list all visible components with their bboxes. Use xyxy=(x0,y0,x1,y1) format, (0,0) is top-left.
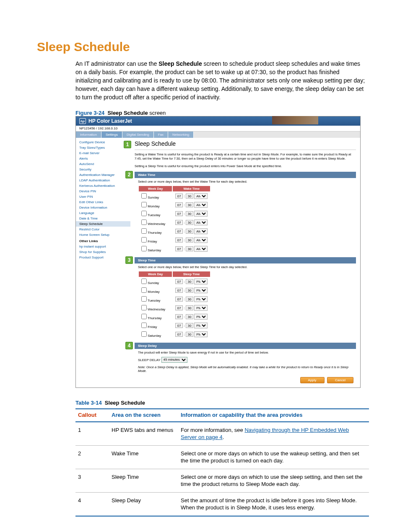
minute-input[interactable] xyxy=(186,332,193,337)
ampm-select[interactable]: AM xyxy=(194,220,208,225)
day-checkbox[interactable] xyxy=(141,314,147,319)
day-checkbox[interactable] xyxy=(141,220,147,225)
day-checkbox[interactable] xyxy=(141,228,147,234)
sidebar-item[interactable]: Device PIN xyxy=(76,189,130,194)
table-row: Saturday : AM xyxy=(139,245,210,253)
sidebar-item[interactable]: Configure Device xyxy=(76,139,130,145)
table-row: Wednesday : AM xyxy=(139,219,210,227)
product-photo xyxy=(272,116,318,124)
sidebar-item[interactable]: User PIN xyxy=(76,194,130,199)
hour-input[interactable] xyxy=(175,323,183,328)
sidebar-item[interactable]: Security xyxy=(76,167,130,172)
sidebar-item[interactable]: Sleep Schedule xyxy=(76,221,130,227)
ampm-select[interactable]: PM xyxy=(194,331,208,337)
sleep-schedule-table: Callout Area on the screen Information o… xyxy=(75,408,369,517)
hour-input[interactable] xyxy=(175,229,183,234)
day-checkbox[interactable] xyxy=(141,331,147,337)
day-checkbox[interactable] xyxy=(141,279,147,284)
hour-input[interactable] xyxy=(175,279,183,284)
ampm-select[interactable]: PM xyxy=(194,279,208,284)
help-text-2: Setting a Sleep Time is useful for ensur… xyxy=(135,164,356,168)
sidebar-item[interactable]: Authentication Manager xyxy=(76,172,130,178)
day-checkbox[interactable] xyxy=(141,246,147,251)
sidebar-item[interactable]: Restrict Color xyxy=(76,227,130,232)
ampm-select[interactable]: AM xyxy=(194,228,208,234)
day-checkbox[interactable] xyxy=(141,305,147,310)
sidebar-other-link[interactable]: Shop for Supplies xyxy=(76,249,130,255)
hour-input[interactable] xyxy=(175,194,183,199)
sidebar-item[interactable]: Date & Time xyxy=(76,216,130,221)
minute-input[interactable] xyxy=(186,202,193,207)
hour-input[interactable] xyxy=(175,220,183,225)
ampm-select[interactable]: PM xyxy=(194,314,208,320)
minute-input[interactable] xyxy=(186,314,193,319)
ampm-select[interactable]: PM xyxy=(194,323,208,328)
minute-input[interactable] xyxy=(186,238,193,243)
hour-input[interactable] xyxy=(175,297,183,302)
minute-input[interactable] xyxy=(186,297,193,302)
minute-input[interactable] xyxy=(186,246,193,251)
ampm-select[interactable]: PM xyxy=(194,287,208,293)
minute-input[interactable] xyxy=(186,220,193,225)
ampm-select[interactable]: AM xyxy=(194,211,208,217)
sidebar-item[interactable]: Home Screen Setup xyxy=(76,232,130,238)
apply-button[interactable]: Apply xyxy=(300,377,325,383)
day-checkbox[interactable] xyxy=(141,323,147,328)
day-checkbox[interactable] xyxy=(141,202,147,207)
minute-input[interactable] xyxy=(186,305,193,310)
cancel-button[interactable]: Cancel xyxy=(327,377,353,383)
ampm-select[interactable]: AM xyxy=(194,246,208,252)
sidebar-item[interactable]: LDAP Authentication xyxy=(76,178,130,183)
minute-input[interactable] xyxy=(186,211,193,216)
minute-input[interactable] xyxy=(186,194,193,199)
ampm-select[interactable]: AM xyxy=(194,237,208,243)
sleep-col-time: Sleep Time xyxy=(173,271,210,277)
sidebar-item[interactable]: Kerberos Authentication xyxy=(76,183,130,189)
hour-input[interactable] xyxy=(175,288,183,293)
sidebar-other-link[interactable]: hp instant support xyxy=(76,244,130,249)
sleep-delay-select[interactable]: 45 minutes xyxy=(161,357,187,363)
minute-input[interactable] xyxy=(186,229,193,234)
sidebar-item[interactable]: Device Information xyxy=(76,205,130,210)
sleep-delay-note: Note: Once a Sleep Delay is applied, Sle… xyxy=(138,365,356,373)
tab-fax[interactable]: Fax xyxy=(154,132,168,138)
day-checkbox[interactable] xyxy=(141,287,147,293)
minute-input[interactable] xyxy=(186,323,193,328)
hour-input[interactable] xyxy=(175,202,183,207)
minute-input[interactable] xyxy=(186,288,193,293)
tab-settings[interactable]: Settings xyxy=(101,132,122,138)
sidebar-item[interactable]: Language xyxy=(76,210,130,216)
ampm-select[interactable]: PM xyxy=(194,296,208,302)
hour-input[interactable] xyxy=(175,211,183,216)
hour-input[interactable] xyxy=(175,238,183,243)
hp-logo-icon: hp xyxy=(79,118,86,124)
tab-information[interactable]: Information xyxy=(76,132,101,138)
cell-callout: 2 xyxy=(75,445,109,469)
sidebar-item[interactable]: Edit Other Links xyxy=(76,199,130,205)
sidebar-item[interactable]: AutoSend xyxy=(76,161,130,167)
day-checkbox[interactable] xyxy=(141,211,147,216)
minute-input[interactable] xyxy=(186,279,193,284)
day-checkbox[interactable] xyxy=(141,237,147,243)
day-checkbox[interactable] xyxy=(141,296,147,302)
hour-input[interactable] xyxy=(175,305,183,310)
sidebar-item[interactable]: Tray Sizes/Types xyxy=(76,145,130,150)
day-checkbox[interactable] xyxy=(141,193,147,199)
tab-digital-sending[interactable]: Digital Sending xyxy=(122,132,154,138)
ampm-select[interactable]: AM xyxy=(194,193,208,199)
th-area: Area on the screen xyxy=(109,409,178,422)
ampm-select[interactable]: AM xyxy=(194,202,208,208)
tab-networking[interactable]: Networking xyxy=(168,132,194,138)
ews-sidebar: Configure DeviceTray Sizes/TypesE-mail S… xyxy=(76,138,130,387)
hour-input[interactable] xyxy=(175,314,183,319)
table-row: 4Sleep DelaySet the amount of time the p… xyxy=(75,492,369,516)
cell-area: Wake Time xyxy=(109,445,178,469)
sidebar-item[interactable]: E-mail Server xyxy=(76,150,130,156)
sidebar-other-link[interactable]: Product Support xyxy=(76,255,130,260)
cross-ref-link[interactable]: Navigating through the HP Embedded Web S… xyxy=(181,427,349,441)
ampm-select[interactable]: PM xyxy=(194,305,208,311)
hour-input[interactable] xyxy=(175,246,183,251)
sidebar-item[interactable]: Alerts xyxy=(76,156,130,161)
sleep-time-note: Select one or more days below, then set … xyxy=(138,265,356,269)
hour-input[interactable] xyxy=(175,332,183,337)
